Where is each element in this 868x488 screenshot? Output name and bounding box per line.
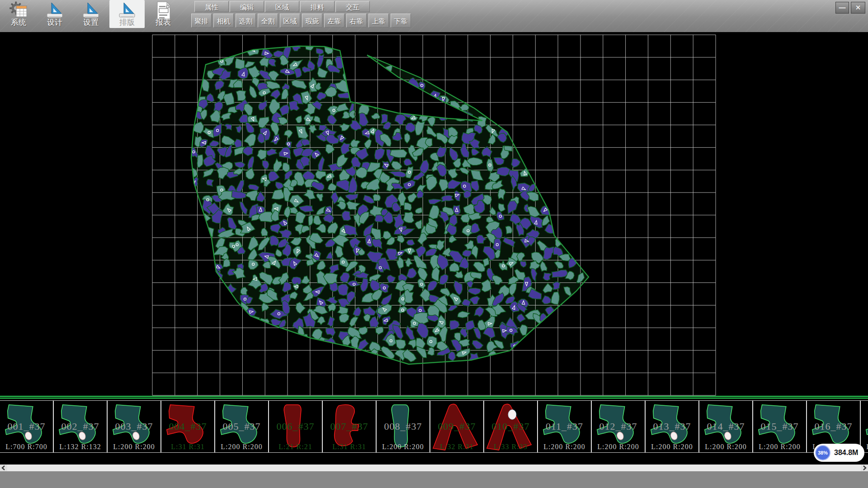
menu-tab-4[interactable]: 交互 (335, 1, 370, 12)
toolbar-button-label: 排版 (109, 17, 145, 28)
thumbnail-cell-014_#37[interactable]: 014_#37 L:200 R:200 (699, 401, 753, 452)
action-button-8[interactable]: 上靠 (368, 14, 389, 28)
piece-lr-count-label: L:31 R:31 (323, 443, 376, 451)
memory-usage-label: 384.8M (834, 449, 858, 457)
piece-lr-count-label: L:21 R:21 (269, 443, 322, 451)
toolbar-button-label: 设置 (73, 17, 108, 28)
piece-name-label: 004_#37 (161, 421, 214, 432)
horizontal-scrollbar[interactable] (0, 465, 868, 471)
piece-name-label: 013_#37 (646, 421, 698, 432)
piece-lr-count-label: L:200 R:200 (646, 443, 698, 451)
piece-name-label: 012_#37 (592, 421, 645, 432)
strip-separator-line (0, 396, 868, 399)
piece-name-label: 009_#37 (430, 421, 483, 432)
action-button-6[interactable]: 左靠 (324, 14, 344, 28)
action-button-7[interactable]: 右靠 (346, 14, 367, 28)
chevron-right-icon (861, 465, 868, 471)
piece-lr-count-label: L:200 R:200 (699, 443, 752, 451)
piece-lr-count-label: L:200 R:200 (538, 443, 591, 451)
piece-name-label: 008_#37 (377, 421, 429, 432)
piece-name-label: 002_#37 (54, 421, 107, 432)
piece-lr-count-label: L:200 R:200 (215, 443, 268, 451)
toolbar-button-label: 报表 (146, 17, 181, 28)
menu-tab-3[interactable]: 排料 (300, 1, 335, 12)
scroll-left-button[interactable] (0, 465, 7, 471)
piece-lr-count-label: L:700 R:700 (0, 443, 53, 451)
toolbar-button-label: 系统 (1, 17, 36, 28)
piece-lr-count-label: L:31 R:31 (161, 443, 214, 451)
piece-name-label: 016_#37 (807, 421, 860, 432)
toolbar-button-settings-ruler[interactable]: 设置 (73, 0, 108, 28)
thumbnail-cell-007_#37[interactable]: 007_#37 L:31 R:31 (323, 401, 377, 452)
action-button-0[interactable]: 聚排 (191, 14, 212, 28)
action-button-4[interactable]: 区域 (280, 14, 300, 28)
action-button-1[interactable]: 相机 (213, 14, 234, 28)
nesting-canvas[interactable] (0, 32, 868, 400)
thumbnail-cell-011_#37[interactable]: 011_#37 L:200 R:200 (538, 401, 592, 452)
thumbnail-cell-013_#37[interactable]: 013_#37 L:200 R:200 (646, 401, 699, 452)
thumbnail-cell-015_#37[interactable]: 015_#37 L:200 R:200 (753, 401, 807, 452)
piece-lr-count-label: L:200 R:200 (108, 443, 160, 451)
toolbar-button-report[interactable]: 报表 (146, 0, 181, 28)
thumbnail-cell-012_#37[interactable]: 012_#37 L:200 R:200 (592, 401, 646, 452)
thumbnail-cell-010_#37[interactable]: 010_#37 L:33 R:33 (484, 401, 538, 452)
progress-circle: 38% (815, 445, 830, 460)
main-toolbar: 系统 设计 设置 排版 (0, 0, 868, 32)
piece-name-label: 017_#37 (861, 421, 868, 432)
piece-name-label: 007_#37 (323, 421, 376, 432)
thumbnail-cell-017_#37[interactable]: 017_#37 L:200 R:200 (861, 401, 868, 452)
thumbnail-cell-004_#37[interactable]: 004_#37 L:31 R:31 (161, 401, 215, 452)
toolbar-button-system-gear[interactable]: 系统 (1, 0, 36, 28)
thumbnail-cell-006_#37[interactable]: 006_#37 L:21 R:21 (269, 401, 323, 452)
piece-lr-count-label: L:200 R:200 (377, 443, 429, 451)
piece-name-label: 011_#37 (538, 421, 591, 432)
piece-name-label: 003_#37 (108, 421, 160, 432)
piece-thumbnail-strip: 001_#37 L:700 R:700 002_#37 L:132 R:132 … (0, 400, 868, 453)
thumbnail-cell-008_#37[interactable]: 008_#37 L:200 R:200 (377, 401, 430, 452)
thumbnail-cell-001_#37[interactable]: 001_#37 L:700 R:700 (0, 401, 54, 452)
piece-name-label: 015_#37 (753, 421, 806, 432)
menu-tab-0[interactable]: 属性 (194, 1, 229, 12)
action-button-3[interactable]: 全割 (258, 14, 278, 28)
thumbnail-cell-002_#37[interactable]: 002_#37 L:132 R:132 (54, 401, 108, 452)
piece-name-label: 014_#37 (699, 421, 752, 432)
menu-tab-2[interactable]: 区域 (265, 1, 299, 12)
piece-name-label: 005_#37 (215, 421, 268, 432)
piece-lr-count-label: L:33 R:33 (484, 443, 537, 451)
thumbnail-cell-003_#37[interactable]: 003_#37 L:200 R:200 (108, 401, 161, 452)
piece-lr-count-label: L:200 R:200 (592, 443, 645, 451)
piece-name-label: 010_#37 (484, 421, 537, 432)
close-button[interactable]: ✕ (851, 2, 865, 14)
piece-lr-count-label: L:200 R:200 (753, 443, 806, 451)
action-button-9[interactable]: 下靠 (391, 14, 411, 28)
application-window: 系统 设计 设置 排版 (0, 0, 868, 488)
piece-lr-count-label: L:32 R:31 (430, 443, 483, 451)
piece-name-label: 001_#37 (0, 421, 53, 432)
piece-lr-count-label: L:132 R:132 (54, 443, 107, 451)
action-button-2[interactable]: 选割 (236, 14, 256, 28)
toolbar-button-nesting-ruler[interactable]: 排版 (109, 0, 145, 28)
piece-name-label: 006_#37 (269, 421, 322, 432)
status-bar (0, 471, 868, 488)
minimize-button[interactable]: — (835, 2, 849, 14)
status-badge: 38% 384.8M (814, 444, 864, 462)
toolbar-button-design-ruler[interactable]: 设计 (37, 0, 72, 28)
chevron-left-icon (0, 465, 7, 471)
thumbnail-cell-005_#37[interactable]: 005_#37 L:200 R:200 (215, 401, 269, 452)
action-button-5[interactable]: 瑕疵 (302, 14, 322, 28)
menu-tab-1[interactable]: 编辑 (230, 1, 264, 12)
scroll-right-button[interactable] (861, 465, 868, 471)
toolbar-button-label: 设计 (37, 17, 72, 28)
thumbnail-cell-009_#37[interactable]: 009_#37 L:32 R:31 (430, 401, 484, 452)
